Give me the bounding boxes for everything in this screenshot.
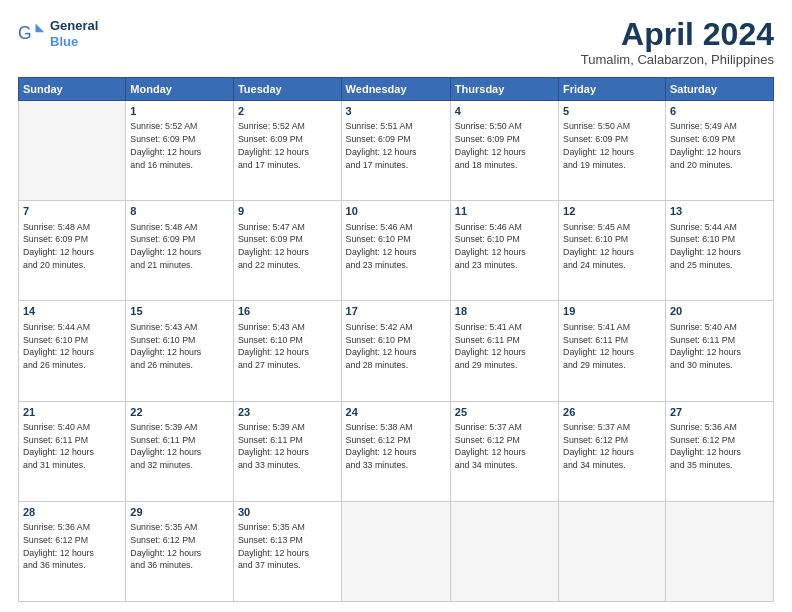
calendar-cell: 1Sunrise: 5:52 AM Sunset: 6:09 PM Daylig… xyxy=(126,101,234,201)
calendar-cell: 24Sunrise: 5:38 AM Sunset: 6:12 PM Dayli… xyxy=(341,401,450,501)
day-info: Sunrise: 5:41 AM Sunset: 6:11 PM Dayligh… xyxy=(455,321,554,372)
day-info: Sunrise: 5:52 AM Sunset: 6:09 PM Dayligh… xyxy=(238,120,337,171)
day-number: 30 xyxy=(238,505,337,520)
calendar-cell xyxy=(559,501,666,601)
calendar-cell: 23Sunrise: 5:39 AM Sunset: 6:11 PM Dayli… xyxy=(233,401,341,501)
day-number: 20 xyxy=(670,304,769,319)
logo: G General Blue xyxy=(18,18,98,49)
calendar-cell: 7Sunrise: 5:48 AM Sunset: 6:09 PM Daylig… xyxy=(19,201,126,301)
day-info: Sunrise: 5:43 AM Sunset: 6:10 PM Dayligh… xyxy=(238,321,337,372)
calendar-cell: 22Sunrise: 5:39 AM Sunset: 6:11 PM Dayli… xyxy=(126,401,234,501)
calendar-cell: 25Sunrise: 5:37 AM Sunset: 6:12 PM Dayli… xyxy=(450,401,558,501)
day-number: 27 xyxy=(670,405,769,420)
day-info: Sunrise: 5:41 AM Sunset: 6:11 PM Dayligh… xyxy=(563,321,661,372)
day-number: 10 xyxy=(346,204,446,219)
day-info: Sunrise: 5:50 AM Sunset: 6:09 PM Dayligh… xyxy=(455,120,554,171)
calendar-cell: 5Sunrise: 5:50 AM Sunset: 6:09 PM Daylig… xyxy=(559,101,666,201)
day-number: 4 xyxy=(455,104,554,119)
day-number: 23 xyxy=(238,405,337,420)
header-friday: Friday xyxy=(559,78,666,101)
svg-text:G: G xyxy=(18,23,32,43)
day-info: Sunrise: 5:44 AM Sunset: 6:10 PM Dayligh… xyxy=(670,221,769,272)
logo-text: General Blue xyxy=(50,18,98,49)
title-section: April 2024 Tumalim, Calabarzon, Philippi… xyxy=(581,18,774,67)
week-row-2: 7Sunrise: 5:48 AM Sunset: 6:09 PM Daylig… xyxy=(19,201,774,301)
header-monday: Monday xyxy=(126,78,234,101)
day-number: 1 xyxy=(130,104,229,119)
day-number: 22 xyxy=(130,405,229,420)
day-number: 28 xyxy=(23,505,121,520)
calendar-cell: 21Sunrise: 5:40 AM Sunset: 6:11 PM Dayli… xyxy=(19,401,126,501)
day-info: Sunrise: 5:46 AM Sunset: 6:10 PM Dayligh… xyxy=(346,221,446,272)
logo-icon: G xyxy=(18,20,46,48)
day-info: Sunrise: 5:40 AM Sunset: 6:11 PM Dayligh… xyxy=(670,321,769,372)
day-number: 25 xyxy=(455,405,554,420)
day-number: 5 xyxy=(563,104,661,119)
day-number: 14 xyxy=(23,304,121,319)
day-number: 8 xyxy=(130,204,229,219)
day-number: 17 xyxy=(346,304,446,319)
svg-marker-1 xyxy=(36,23,45,32)
day-info: Sunrise: 5:35 AM Sunset: 6:13 PM Dayligh… xyxy=(238,521,337,572)
day-info: Sunrise: 5:45 AM Sunset: 6:10 PM Dayligh… xyxy=(563,221,661,272)
day-info: Sunrise: 5:36 AM Sunset: 6:12 PM Dayligh… xyxy=(670,421,769,472)
header-wednesday: Wednesday xyxy=(341,78,450,101)
header-sunday: Sunday xyxy=(19,78,126,101)
calendar-cell: 9Sunrise: 5:47 AM Sunset: 6:09 PM Daylig… xyxy=(233,201,341,301)
calendar-cell: 8Sunrise: 5:48 AM Sunset: 6:09 PM Daylig… xyxy=(126,201,234,301)
calendar-cell: 12Sunrise: 5:45 AM Sunset: 6:10 PM Dayli… xyxy=(559,201,666,301)
calendar-cell: 29Sunrise: 5:35 AM Sunset: 6:12 PM Dayli… xyxy=(126,501,234,601)
week-row-3: 14Sunrise: 5:44 AM Sunset: 6:10 PM Dayli… xyxy=(19,301,774,401)
day-number: 18 xyxy=(455,304,554,319)
week-row-1: 1Sunrise: 5:52 AM Sunset: 6:09 PM Daylig… xyxy=(19,101,774,201)
day-number: 11 xyxy=(455,204,554,219)
calendar-cell: 10Sunrise: 5:46 AM Sunset: 6:10 PM Dayli… xyxy=(341,201,450,301)
day-info: Sunrise: 5:49 AM Sunset: 6:09 PM Dayligh… xyxy=(670,120,769,171)
day-number: 2 xyxy=(238,104,337,119)
day-info: Sunrise: 5:38 AM Sunset: 6:12 PM Dayligh… xyxy=(346,421,446,472)
calendar-cell: 16Sunrise: 5:43 AM Sunset: 6:10 PM Dayli… xyxy=(233,301,341,401)
calendar-cell: 3Sunrise: 5:51 AM Sunset: 6:09 PM Daylig… xyxy=(341,101,450,201)
calendar-cell: 14Sunrise: 5:44 AM Sunset: 6:10 PM Dayli… xyxy=(19,301,126,401)
day-info: Sunrise: 5:36 AM Sunset: 6:12 PM Dayligh… xyxy=(23,521,121,572)
location: Tumalim, Calabarzon, Philippines xyxy=(581,52,774,67)
calendar-table: SundayMondayTuesdayWednesdayThursdayFrid… xyxy=(18,77,774,602)
day-number: 24 xyxy=(346,405,446,420)
calendar-cell: 19Sunrise: 5:41 AM Sunset: 6:11 PM Dayli… xyxy=(559,301,666,401)
calendar-cell: 28Sunrise: 5:36 AM Sunset: 6:12 PM Dayli… xyxy=(19,501,126,601)
calendar-cell xyxy=(665,501,773,601)
day-number: 12 xyxy=(563,204,661,219)
calendar-cell: 13Sunrise: 5:44 AM Sunset: 6:10 PM Dayli… xyxy=(665,201,773,301)
calendar-header-row: SundayMondayTuesdayWednesdayThursdayFrid… xyxy=(19,78,774,101)
day-number: 3 xyxy=(346,104,446,119)
day-info: Sunrise: 5:37 AM Sunset: 6:12 PM Dayligh… xyxy=(455,421,554,472)
header-thursday: Thursday xyxy=(450,78,558,101)
day-info: Sunrise: 5:39 AM Sunset: 6:11 PM Dayligh… xyxy=(130,421,229,472)
day-info: Sunrise: 5:47 AM Sunset: 6:09 PM Dayligh… xyxy=(238,221,337,272)
day-info: Sunrise: 5:51 AM Sunset: 6:09 PM Dayligh… xyxy=(346,120,446,171)
calendar-cell: 30Sunrise: 5:35 AM Sunset: 6:13 PM Dayli… xyxy=(233,501,341,601)
calendar-cell: 4Sunrise: 5:50 AM Sunset: 6:09 PM Daylig… xyxy=(450,101,558,201)
day-info: Sunrise: 5:42 AM Sunset: 6:10 PM Dayligh… xyxy=(346,321,446,372)
calendar-cell: 26Sunrise: 5:37 AM Sunset: 6:12 PM Dayli… xyxy=(559,401,666,501)
day-number: 26 xyxy=(563,405,661,420)
day-info: Sunrise: 5:52 AM Sunset: 6:09 PM Dayligh… xyxy=(130,120,229,171)
day-info: Sunrise: 5:46 AM Sunset: 6:10 PM Dayligh… xyxy=(455,221,554,272)
calendar-cell: 11Sunrise: 5:46 AM Sunset: 6:10 PM Dayli… xyxy=(450,201,558,301)
day-number: 16 xyxy=(238,304,337,319)
day-number: 21 xyxy=(23,405,121,420)
calendar-cell: 27Sunrise: 5:36 AM Sunset: 6:12 PM Dayli… xyxy=(665,401,773,501)
calendar-cell: 18Sunrise: 5:41 AM Sunset: 6:11 PM Dayli… xyxy=(450,301,558,401)
week-row-5: 28Sunrise: 5:36 AM Sunset: 6:12 PM Dayli… xyxy=(19,501,774,601)
day-info: Sunrise: 5:48 AM Sunset: 6:09 PM Dayligh… xyxy=(130,221,229,272)
calendar-cell: 17Sunrise: 5:42 AM Sunset: 6:10 PM Dayli… xyxy=(341,301,450,401)
day-info: Sunrise: 5:50 AM Sunset: 6:09 PM Dayligh… xyxy=(563,120,661,171)
day-number: 15 xyxy=(130,304,229,319)
day-number: 19 xyxy=(563,304,661,319)
day-info: Sunrise: 5:39 AM Sunset: 6:11 PM Dayligh… xyxy=(238,421,337,472)
day-info: Sunrise: 5:35 AM Sunset: 6:12 PM Dayligh… xyxy=(130,521,229,572)
calendar-cell: 15Sunrise: 5:43 AM Sunset: 6:10 PM Dayli… xyxy=(126,301,234,401)
week-row-4: 21Sunrise: 5:40 AM Sunset: 6:11 PM Dayli… xyxy=(19,401,774,501)
month-title: April 2024 xyxy=(581,18,774,50)
calendar-cell: 6Sunrise: 5:49 AM Sunset: 6:09 PM Daylig… xyxy=(665,101,773,201)
